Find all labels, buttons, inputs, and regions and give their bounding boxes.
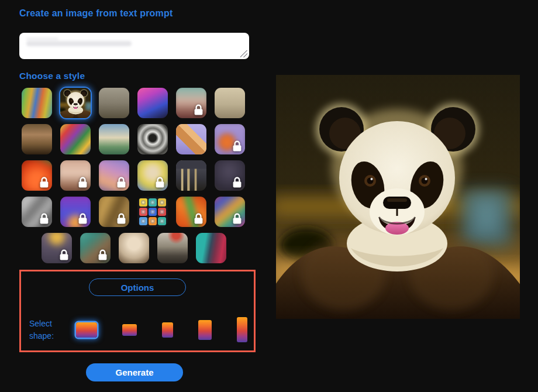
style-tile-mosaic-face[interactable] xyxy=(215,197,245,227)
style-tile-metal-chaos[interactable] xyxy=(22,197,52,227)
style-row xyxy=(22,160,246,191)
style-tile-modern-architecture[interactable] xyxy=(176,160,206,191)
style-row xyxy=(22,197,246,227)
lock-icon xyxy=(39,176,50,189)
style-tile-misty-landscape[interactable] xyxy=(99,88,129,118)
shape-selector-label: Select shape: xyxy=(29,318,67,342)
lock-icon xyxy=(116,176,127,189)
style-thumbnail-cyberpunk-face xyxy=(196,233,226,263)
style-tile-dark-tree[interactable] xyxy=(215,160,245,191)
generated-image-preview xyxy=(276,75,520,319)
style-tile-green-dragon[interactable] xyxy=(176,197,206,227)
style-tile-thermal-face[interactable] xyxy=(22,160,52,191)
page-title: Create an image from text prompt xyxy=(19,8,173,19)
lock-icon xyxy=(193,103,204,116)
style-tile-teal-abstract[interactable] xyxy=(80,233,111,263)
style-row xyxy=(22,88,246,118)
style-tile-anime-girl[interactable] xyxy=(176,88,206,118)
style-tile-pop-art-marilyn[interactable] xyxy=(137,160,168,191)
generate-button[interactable]: Generate xyxy=(86,363,183,381)
style-tile-vintage-photo[interactable] xyxy=(215,88,245,118)
style-tile-icon-grid[interactable] xyxy=(137,197,168,227)
options-button[interactable]: Options xyxy=(89,278,186,296)
shape-option-portrait-tall[interactable] xyxy=(237,317,247,342)
style-thumbnail-neon-robot xyxy=(137,88,168,118)
shape-option-landscape-wide[interactable] xyxy=(76,322,97,338)
style-tile-flower-still-life[interactable] xyxy=(60,124,91,154)
style-tile-cute-fox[interactable] xyxy=(215,124,245,154)
style-thumbnail-renaissance-portrait xyxy=(22,124,52,154)
lock-icon xyxy=(154,176,165,189)
shape-option-portrait-small[interactable] xyxy=(162,322,173,338)
style-thumbnail-panda xyxy=(60,88,91,118)
shape-options xyxy=(76,317,247,342)
style-thumbnail-soft-girl-portrait xyxy=(119,233,149,263)
lock-icon xyxy=(77,176,88,189)
lock-icon xyxy=(97,248,108,262)
prompt-input[interactable] xyxy=(19,33,249,59)
style-tile-painter-with-beret[interactable] xyxy=(157,233,188,263)
style-tile-cyberpunk-face[interactable] xyxy=(196,233,226,263)
shape-option-landscape[interactable] xyxy=(122,324,137,336)
style-thumbnail-misty-landscape xyxy=(99,88,129,118)
lock-icon xyxy=(232,212,243,225)
style-tile-gold-texture[interactable] xyxy=(99,197,129,227)
shape-option-portrait[interactable] xyxy=(198,320,212,340)
style-grid xyxy=(22,88,246,263)
lock-icon xyxy=(232,139,243,153)
lock-icon xyxy=(232,176,243,189)
style-tile-abstract-paint[interactable] xyxy=(22,88,52,118)
style-row xyxy=(22,233,246,263)
style-tile-neon-robot[interactable] xyxy=(137,88,168,118)
style-tile-spiral-cup[interactable] xyxy=(137,124,168,154)
style-tile-ballerinas[interactable] xyxy=(99,124,129,154)
style-tile-soft-portrait[interactable] xyxy=(60,160,91,191)
lock-icon xyxy=(58,248,70,262)
options-highlight-box: Options Select shape: xyxy=(19,270,256,352)
style-thumbnail-vintage-photo xyxy=(215,88,245,118)
style-tile-pastel-sky[interactable] xyxy=(99,160,129,191)
style-row xyxy=(22,124,246,154)
style-thumbnail-spiral-cup xyxy=(137,124,168,154)
style-tile-rabbit-character[interactable] xyxy=(60,197,91,227)
style-thumbnail-icon-grid xyxy=(137,197,168,227)
lock-icon xyxy=(193,212,204,225)
style-section-title: Choose a style xyxy=(19,71,85,81)
style-tile-crowned-queen[interactable] xyxy=(42,233,72,263)
style-tile-renaissance-portrait[interactable] xyxy=(22,124,52,154)
style-tile-panda[interactable] xyxy=(60,88,91,118)
lock-icon xyxy=(77,212,88,225)
lock-icon xyxy=(39,212,50,225)
prompt-input-wrapper xyxy=(19,33,249,59)
style-tile-soft-girl-portrait[interactable] xyxy=(119,233,149,263)
shape-selector: Select shape: xyxy=(29,317,249,342)
style-thumbnail-isometric-laptop xyxy=(176,124,206,154)
style-thumbnail-painter-with-beret xyxy=(157,233,188,263)
style-tile-isometric-laptop[interactable] xyxy=(176,124,206,154)
style-thumbnail-flower-still-life xyxy=(60,124,91,154)
style-thumbnail-abstract-paint xyxy=(22,88,52,118)
style-thumbnail-ballerinas xyxy=(99,124,129,154)
style-thumbnail-modern-architecture xyxy=(176,160,206,191)
lock-icon xyxy=(116,212,127,225)
